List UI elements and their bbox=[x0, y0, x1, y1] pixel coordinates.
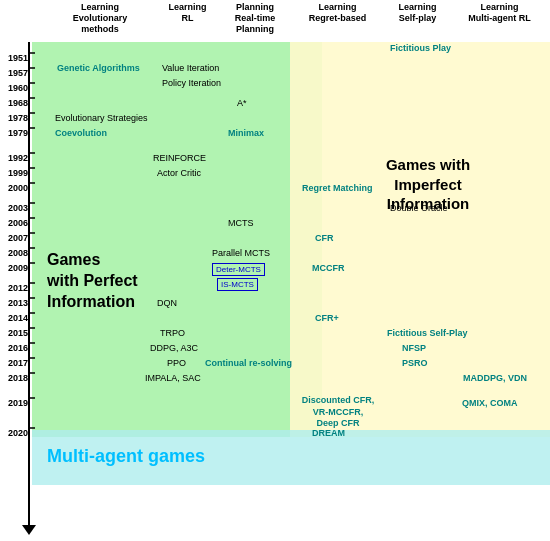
col5-bottom: Self-play bbox=[385, 13, 450, 24]
col3-bottom: Real-time Planning bbox=[220, 13, 290, 35]
algo-reinforce: REINFORCE bbox=[153, 153, 206, 163]
algo-deter-mcts: Deter-MCTS bbox=[212, 263, 265, 276]
algo-fictitious-self-play: Fictitious Self-Play bbox=[387, 328, 468, 338]
algo-astar: A* bbox=[237, 98, 247, 108]
col-header-3: Planning Real-time Planning bbox=[220, 2, 290, 34]
algo-trpo: TRPO bbox=[160, 328, 185, 338]
algo-mcts: MCTS bbox=[228, 218, 254, 228]
algo-continual-resolving: Continual re-solving bbox=[205, 358, 292, 368]
col2-top: Learning bbox=[160, 2, 215, 13]
algo-cfr-plus: CFR+ bbox=[315, 313, 339, 323]
algo-mccfr: MCCFR bbox=[312, 263, 345, 273]
col6-bottom: Multi-agent RL bbox=[462, 13, 537, 24]
col-header-4: Learning Regret-based bbox=[300, 2, 375, 24]
col4-bottom: Regret-based bbox=[300, 13, 375, 24]
algo-qmix-coma: QMIX, COMA bbox=[462, 398, 518, 408]
algo-psro: PSRO bbox=[402, 358, 428, 368]
chart-container: Learning Evolutionary methods Learning R… bbox=[0, 0, 550, 541]
col3-top: Planning bbox=[220, 2, 290, 13]
algo-discounted-cfr: Discounted CFR,VR-MCCFR,Deep CFR bbox=[298, 395, 378, 430]
col1-bottom: Evolutionary methods bbox=[60, 13, 140, 35]
timeline-arrowhead bbox=[22, 525, 36, 535]
algo-policy-iteration: Policy Iteration bbox=[162, 78, 221, 88]
algo-genetic-algorithms: Genetic Algorithms bbox=[57, 63, 140, 73]
algo-nfsp: NFSP bbox=[402, 343, 426, 353]
col-header-6: Learning Multi-agent RL bbox=[462, 2, 537, 24]
col2-bottom: RL bbox=[160, 13, 215, 24]
algo-ppo: PPO bbox=[167, 358, 186, 368]
col-header-5: Learning Self-play bbox=[385, 2, 450, 24]
algo-maddpg-vdn: MADDPG, VDN bbox=[463, 373, 527, 383]
algo-cfr: CFR bbox=[315, 233, 334, 243]
algo-evolutionary-strategies: Evolutionary Strategies bbox=[55, 113, 148, 123]
col1-top: Learning bbox=[60, 2, 140, 13]
algo-regret-matching: Regret Matching bbox=[302, 183, 373, 193]
algo-minimax: Minimax bbox=[228, 128, 264, 138]
algo-impala-sac: IMPALA, SAC bbox=[145, 373, 201, 383]
algo-actor-critic: Actor Critic bbox=[157, 168, 201, 178]
multi-agent-games-label: Multi-agent games bbox=[47, 446, 205, 467]
games-imperfect-information-label: Games withImperfectInformation bbox=[368, 155, 488, 214]
algo-is-mcts: IS-MCTS bbox=[217, 278, 258, 291]
algo-dqn: DQN bbox=[157, 298, 177, 308]
algo-ddpg-a3c: DDPG, A3C bbox=[150, 343, 198, 353]
col-header-2: Learning RL bbox=[160, 2, 215, 24]
algo-dream: DREAM bbox=[312, 428, 345, 438]
timeline-ticks bbox=[25, 42, 37, 492]
col6-top: Learning bbox=[462, 2, 537, 13]
col5-top: Learning bbox=[385, 2, 450, 13]
algo-parallel-mcts: Parallel MCTS bbox=[212, 248, 270, 258]
algo-value-iteration: Value Iteration bbox=[162, 63, 219, 73]
algo-fictitious-play: Fictitious Play bbox=[390, 43, 451, 53]
games-perfect-information-label: Gameswith PerfectInformation bbox=[47, 250, 138, 312]
col4-top: Learning bbox=[300, 2, 375, 13]
algo-coevolution: Coevolution bbox=[55, 128, 107, 138]
col-header-1: Learning Evolutionary methods bbox=[60, 2, 140, 34]
